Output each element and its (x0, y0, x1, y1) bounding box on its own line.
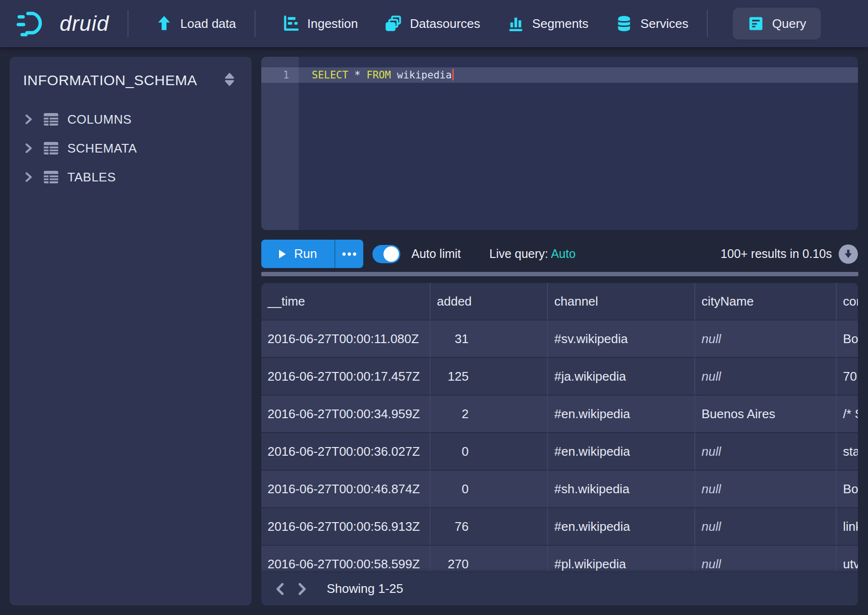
query-results-panel: __timeaddedchannelcityNamecomment 2016-0… (261, 283, 858, 605)
table-cell[interactable]: 31 (431, 320, 548, 358)
nav-item-load-data[interactable]: Load data (155, 15, 236, 32)
column-header-__time[interactable]: __time (261, 283, 431, 320)
table-row: 2016-06-27T00:00:34.959Z2#en.wikipediaBu… (261, 396, 858, 433)
table-cell[interactable]: 2016-06-27T00:00:46.874Z (261, 471, 431, 508)
live-query-label: Live query: (489, 247, 548, 260)
chevron-right-icon[interactable] (23, 171, 34, 183)
download-arrow-icon (842, 248, 854, 260)
table-cell[interactable]: 2 (431, 396, 548, 433)
upload-arrow-icon (155, 15, 173, 32)
table-cell[interactable]: null (695, 508, 837, 546)
table-cell[interactable]: 2016-06-27T00:00:34.959Z (261, 396, 431, 433)
nav-label: Query (772, 16, 806, 31)
chevron-right-icon[interactable] (23, 114, 34, 125)
play-icon (279, 249, 286, 259)
table-cell[interactable]: 125 (431, 358, 548, 396)
table-cell[interactable]: null (695, 320, 837, 358)
table-cell[interactable]: 2016-06-27T00:00:36.027Z (261, 433, 431, 471)
run-button[interactable]: Run (261, 240, 334, 268)
table-cell[interactable]: 2016-06-27T00:00:56.913Z (261, 508, 431, 546)
tree-item-schemata[interactable]: SCHEMATA (10, 134, 252, 163)
table-icon (43, 113, 59, 126)
previous-page-button[interactable] (269, 578, 291, 600)
table-cell[interactable]: #en.wikipedia (548, 508, 695, 546)
chevron-right-icon (296, 582, 308, 596)
nav-item-segments[interactable]: Segments (507, 15, 588, 32)
nav-item-services[interactable]: Services (615, 15, 689, 32)
column-header-added[interactable]: added (431, 283, 548, 320)
table-cell[interactable]: 0 (431, 433, 548, 471)
double-caret-sort-icon[interactable] (223, 72, 236, 89)
table-cell[interactable]: #sv.wikipedia (548, 320, 695, 358)
text-cursor (452, 69, 454, 80)
tree-item-columns[interactable]: COLUMNS (10, 105, 252, 134)
sql-keyword: SELECT (312, 69, 355, 81)
table-cell[interactable]: #en.wikipedia (548, 433, 695, 471)
sql-editor[interactable]: 1 SELECT * FROM wikipedia (261, 57, 858, 230)
gantt-chart-icon (282, 15, 300, 32)
table-icon (43, 170, 59, 184)
results-rows: 2016-06-27T00:00:11.080Z31#sv.wikipedian… (261, 320, 858, 583)
table-cell[interactable]: /* Se (837, 396, 858, 433)
showing-range-label: Showing 1-25 (327, 581, 403, 596)
query-toolbar: Run Auto limit Live query: Auto 100+ res… (261, 240, 858, 269)
column-header-cityName[interactable]: cityName (695, 283, 837, 320)
nav-label: Segments (532, 16, 588, 31)
column-header-channel[interactable]: channel (548, 283, 695, 320)
table-cell[interactable]: link (837, 508, 858, 546)
ellipsis-icon (342, 252, 357, 256)
brand-wordmark: druid (60, 12, 109, 36)
sql-keyword: FROM (367, 69, 391, 81)
table-row: 2016-06-27T00:00:56.913Z76#en.wikipedian… (261, 508, 858, 546)
table-cell[interactable]: Bot (837, 320, 858, 358)
nav-item-ingestion[interactable]: Ingestion (282, 15, 358, 32)
nav-divider (128, 10, 128, 37)
database-icon (615, 15, 633, 32)
table-cell[interactable]: null (695, 358, 837, 396)
nav-item-query-active[interactable]: Query (733, 8, 821, 39)
table-cell[interactable]: 2016-06-27T00:00:11.080Z (261, 320, 431, 358)
table-cell[interactable]: #en.wikipedia (548, 396, 695, 433)
sql-query-text[interactable]: SELECT * FROM wikipedia (312, 67, 454, 83)
nav-item-datasources[interactable]: Datasources (385, 15, 480, 32)
table-cell[interactable]: 0 (431, 471, 548, 508)
tree-item-label: TABLES (67, 170, 116, 185)
editor-gutter (261, 57, 299, 230)
download-results-button[interactable] (839, 244, 858, 264)
tree-item-label: COLUMNS (67, 112, 132, 127)
table-cell[interactable]: null (695, 433, 837, 471)
run-options-button[interactable] (334, 240, 363, 268)
table-cell[interactable]: 2016-06-27T00:00:17.457Z (261, 358, 431, 396)
next-page-button[interactable] (291, 578, 313, 600)
live-query-value[interactable]: Auto (551, 247, 575, 260)
auto-limit-toggle[interactable] (372, 245, 400, 263)
tree-item-label: SCHEMATA (67, 141, 137, 156)
table-cell[interactable]: 70: (837, 358, 858, 396)
editor-results-resize-handle[interactable] (261, 272, 858, 276)
auto-limit-label[interactable]: Auto limit (411, 240, 461, 268)
toggle-knob (383, 246, 399, 262)
column-header-comment[interactable]: comment (837, 283, 858, 320)
stacked-squares-icon (385, 15, 402, 32)
line-number: 1 (261, 67, 299, 83)
table-cell[interactable]: stat (837, 433, 858, 471)
table-cell[interactable]: Bot (837, 471, 858, 508)
table-row: 2016-06-27T00:00:36.027Z0#en.wikipedianu… (261, 433, 858, 471)
sql-star: * (355, 69, 367, 81)
druid-logo[interactable]: druid (16, 10, 109, 38)
table-cell[interactable]: Buenos Aires (695, 396, 837, 433)
tree-item-tables[interactable]: TABLES (10, 163, 252, 192)
table-row: 2016-06-27T00:00:11.080Z31#sv.wikipedian… (261, 320, 858, 358)
table-cell[interactable]: #sh.wikipedia (548, 471, 695, 508)
table-cell[interactable]: null (695, 471, 837, 508)
results-info-text: 100+ results in 0.10s (721, 247, 832, 261)
results-pagination-footer: Showing 1-25 (261, 572, 858, 605)
table-cell[interactable]: 76 (431, 508, 548, 546)
live-query-status: Live query: Auto (489, 240, 575, 268)
table-cell[interactable]: #ja.wikipedia (548, 358, 695, 396)
chevron-right-icon[interactable] (23, 142, 34, 154)
chevron-left-icon (274, 582, 286, 596)
sql-identifier: wikipedia (391, 69, 451, 81)
run-button-group: Run (261, 240, 363, 268)
schema-title: INFORMATION_SCHEMA (23, 72, 238, 89)
